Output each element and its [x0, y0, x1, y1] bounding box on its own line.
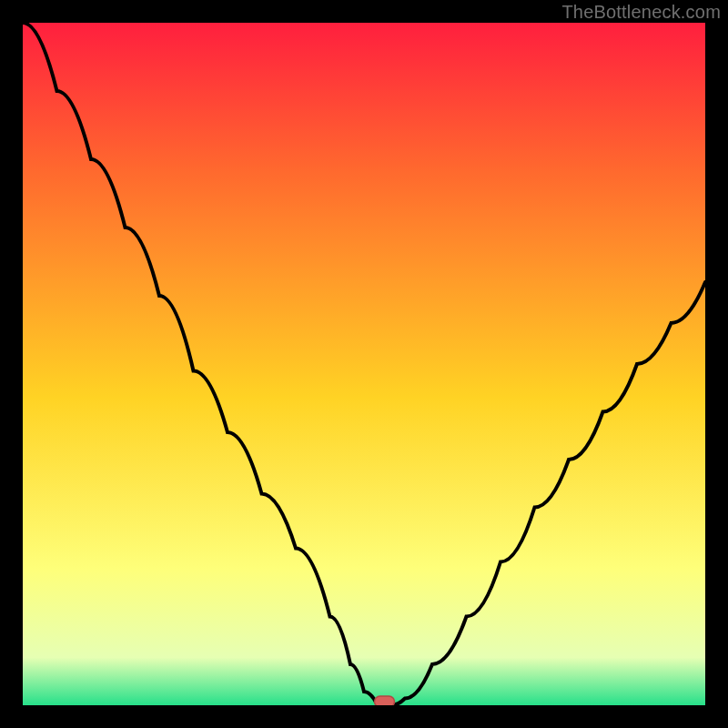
bottleneck-curve-plot: [23, 23, 705, 705]
watermark-text: TheBottleneck.com: [561, 2, 721, 23]
chart-frame: TheBottleneck.com: [0, 0, 728, 728]
gradient-background: [23, 23, 705, 705]
plot-svg: [23, 23, 705, 705]
minimum-marker: [375, 696, 395, 705]
